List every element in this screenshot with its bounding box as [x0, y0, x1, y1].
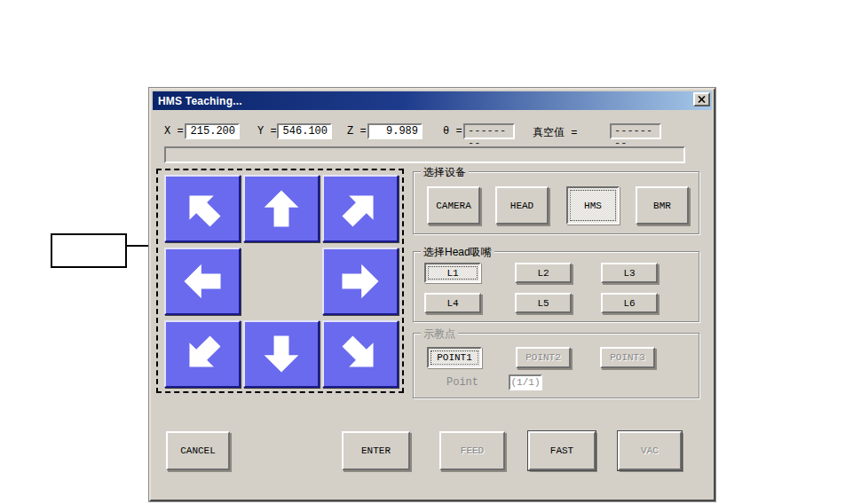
fast-button[interactable]: FAST	[528, 431, 596, 470]
point3-button: POINT3	[600, 347, 655, 368]
arrow-up-left-icon	[177, 183, 228, 234]
teach-point-groupbox: 示教点 POINT1 POINT2 POINT3 Point (1/1)	[413, 333, 699, 398]
arrow-left-icon	[177, 256, 228, 307]
arrow-up-right-icon	[335, 183, 386, 234]
arrow-down-left-icon	[177, 328, 228, 380]
theta-label: θ =	[443, 125, 462, 138]
jog-right-button[interactable]	[322, 248, 399, 315]
head-button[interactable]: HEAD	[495, 186, 549, 224]
message-field[interactable]	[164, 146, 685, 163]
jog-up-button[interactable]	[243, 175, 320, 242]
nozzle-group-label: 选择Head吸嘴	[421, 245, 494, 260]
nozzle-l2-button[interactable]: L2	[515, 263, 572, 283]
window-title: HMS Teaching...	[158, 95, 242, 107]
point-counter-label: Point	[446, 376, 478, 389]
nozzle-l3-button[interactable]: L3	[601, 263, 658, 283]
bmr-button[interactable]: BMR	[636, 186, 689, 224]
jog-down-left-button[interactable]	[164, 320, 241, 388]
feed-button: FEED	[439, 431, 505, 470]
nozzle-groupbox: 选择Head吸嘴 L1 L2 L3 L4 L5 L6	[413, 251, 699, 322]
device-groupbox: 选择设备 CAMERA HEAD HMS BMR	[413, 171, 699, 234]
y-label: Y =	[257, 125, 277, 138]
x-value-field: 215.200	[185, 123, 240, 139]
nozzle-l5-button[interactable]: L5	[515, 293, 572, 313]
arrow-up-icon	[256, 183, 307, 234]
hms-button[interactable]: HMS	[566, 186, 620, 224]
callout-box	[51, 233, 127, 268]
page: HMS Teaching... X = 215.200 Y = 546.100 …	[0, 0, 861, 504]
jog-up-left-button[interactable]	[164, 175, 241, 242]
device-group-label: 选择设备	[421, 165, 469, 180]
y-value-field: 546.100	[277, 123, 332, 139]
nozzle-l4-button[interactable]: L4	[424, 293, 481, 313]
camera-button[interactable]: CAMERA	[427, 186, 480, 224]
titlebar[interactable]: HMS Teaching...	[153, 91, 712, 110]
point2-button: POINT2	[516, 347, 571, 368]
arrow-down-icon	[256, 328, 307, 380]
vac-button: VAC	[618, 431, 682, 470]
nozzle-l6-button[interactable]: L6	[601, 293, 658, 313]
cancel-button[interactable]: CANCEL	[166, 431, 230, 470]
hms-teaching-dialog: HMS Teaching... X = 215.200 Y = 546.100 …	[149, 88, 715, 501]
jog-down-right-button[interactable]	[322, 320, 399, 388]
teach-point-group-label: 示教点	[421, 327, 458, 342]
x-label: X =	[164, 125, 184, 138]
close-button[interactable]	[693, 92, 710, 106]
point1-button[interactable]: POINT1	[427, 347, 482, 368]
jog-down-button[interactable]	[243, 320, 320, 388]
vacuum-label: 真空值 =	[533, 125, 577, 140]
jog-left-button[interactable]	[164, 248, 241, 315]
nozzle-l1-button[interactable]: L1	[424, 263, 481, 283]
arrow-right-icon	[335, 256, 386, 307]
point-counter-field: (1/1)	[509, 374, 542, 390]
z-value-field: 9.989	[367, 123, 423, 139]
arrow-down-right-icon	[335, 328, 386, 380]
close-icon	[698, 96, 706, 103]
z-label: Z =	[347, 125, 367, 138]
enter-button[interactable]: ENTER	[342, 431, 410, 470]
vacuum-value-field: --------	[610, 123, 661, 139]
theta-value-field: --------	[463, 123, 515, 139]
jog-up-right-button[interactable]	[322, 175, 399, 242]
